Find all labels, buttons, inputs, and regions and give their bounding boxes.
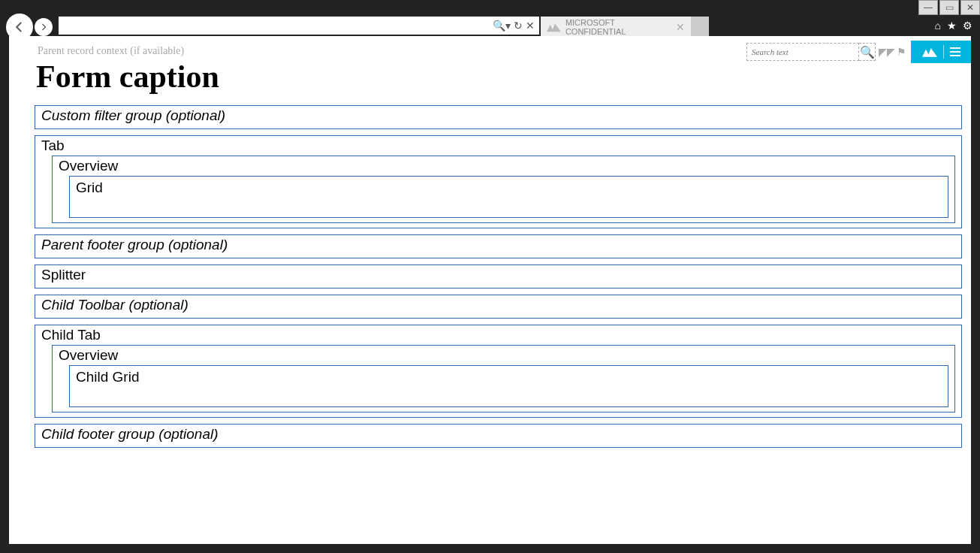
splitter-group: Splitter [35, 264, 962, 289]
search-dropdown-icon[interactable]: 🔍▾ [493, 20, 511, 32]
parent-footer-group: Parent footer group (optional) [35, 234, 962, 258]
flag-right-icon[interactable]: ⚑ [897, 46, 906, 58]
child-toolbar-label: Child Toolbar (optional) [41, 297, 188, 313]
child-tab-group: Child Tab Overview Child Grid [35, 325, 962, 418]
custom-filter-label: Custom filter group (optional) [41, 107, 225, 123]
favorites-icon[interactable]: ★ [947, 20, 957, 32]
overview-group: Overview Grid [52, 156, 955, 223]
grid-group: Grid [69, 176, 948, 218]
child-footer-group: Child footer group (optional) [35, 424, 962, 448]
close-window-button[interactable]: ✕ [960, 0, 980, 15]
search-input[interactable] [746, 43, 859, 61]
child-overview-label: Overview [59, 347, 948, 364]
tab-group: Tab Overview Grid [35, 135, 962, 228]
custom-filter-group: Custom filter group (optional) [35, 105, 962, 129]
logo-icon [922, 47, 937, 57]
settings-icon[interactable]: ⚙ [963, 20, 972, 32]
page-title: Form caption [36, 59, 219, 95]
hamburger-icon [950, 47, 960, 56]
child-grid-group: Child Grid [69, 365, 948, 407]
address-bar[interactable]: 🔍▾ ↻ ✕ [59, 17, 539, 35]
window-controls: — ▭ ✕ [918, 0, 980, 15]
grid-label: Grid [76, 180, 103, 195]
tab-label: MICROSOFT CONFIDENTIAL [565, 18, 671, 36]
child-grid-label: Child Grid [76, 369, 139, 385]
child-overview-group: Overview Child Grid [52, 345, 955, 412]
minimize-button[interactable]: — [918, 0, 938, 15]
flag-icons: ◤◤ ⚑ [879, 46, 906, 58]
browser-toolbar: 🔍▾ ↻ ✕ MICROSOFT CONFIDENTIAL ✕ ⌂ ★ ⚙ [0, 15, 980, 36]
tab-logo-icon [547, 22, 561, 32]
child-tab-label: Child Tab [41, 327, 955, 343]
close-tab-icon[interactable]: ✕ [676, 21, 685, 33]
arrow-right-icon [39, 23, 48, 32]
browser-tab[interactable]: MICROSOFT CONFIDENTIAL ✕ [541, 17, 691, 38]
stop-icon[interactable]: ✕ [526, 20, 535, 32]
home-icon[interactable]: ⌂ [935, 20, 941, 32]
refresh-icon[interactable]: ↻ [514, 20, 523, 32]
content-toolbar: 🔍 ◤◤ ⚑ [746, 41, 971, 63]
maximize-button[interactable]: ▭ [939, 0, 959, 15]
child-footer-label: Child footer group (optional) [41, 426, 219, 442]
splitter-label: Splitter [41, 267, 86, 283]
browser-chrome-icons: ⌂ ★ ⚙ [935, 20, 972, 32]
child-toolbar-group: Child Toolbar (optional) [35, 295, 962, 319]
layout-groups: Custom filter group (optional) Tab Overv… [35, 105, 962, 538]
overview-label: Overview [59, 158, 948, 174]
page-content: 🔍 ◤◤ ⚑ Parent record context (if availab… [9, 36, 971, 544]
app-menu[interactable] [911, 41, 971, 63]
flag-left-icon[interactable]: ◤◤ [879, 46, 895, 58]
forward-button[interactable] [35, 18, 53, 36]
search-icon[interactable]: 🔍 [859, 43, 876, 61]
window-top-strip [0, 0, 980, 15]
breadcrumb: Parent record context (if available) [38, 45, 184, 57]
arrow-left-icon [13, 20, 26, 34]
separator [943, 45, 944, 59]
new-tab-stub[interactable] [691, 17, 709, 38]
parent-footer-label: Parent footer group (optional) [41, 237, 228, 252]
tab-label: Tab [41, 137, 955, 154]
address-bar-icons: 🔍▾ ↻ ✕ [493, 20, 535, 32]
